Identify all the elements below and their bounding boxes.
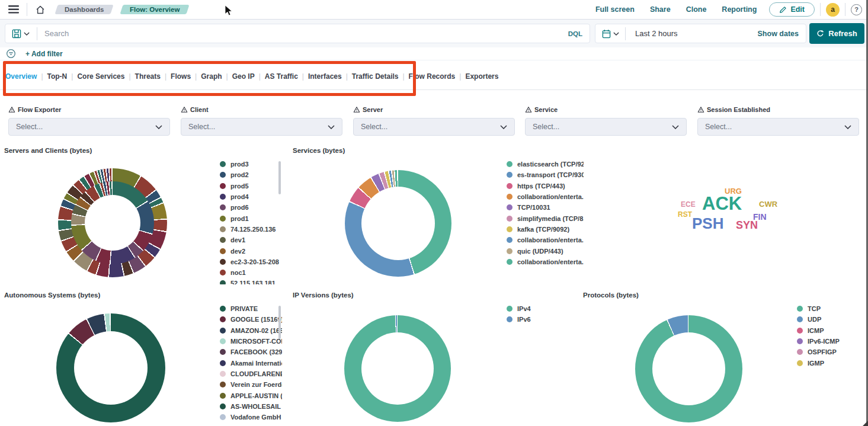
legend-scrollbar[interactable] [278, 161, 281, 194]
legend-item-vodafone-gmbh-3[interactable]: Vodafone GmbH (3... [220, 412, 282, 422]
tab-exporters[interactable]: Exporters [465, 72, 498, 81]
legend-label: prod2 [230, 171, 249, 178]
breadcrumb-dashboards[interactable]: Dashboards [55, 5, 114, 14]
legend-item-facebook-32934[interactable]: FACEBOOK (32934) [220, 347, 282, 357]
services-donut-chart[interactable] [345, 170, 451, 277]
legend-item-dev2[interactable]: dev2 [220, 245, 279, 256]
legend-item-collaboration-enterta[interactable]: collaboration/enterta... [507, 257, 584, 267]
legend-item-microsoft-corp[interactable]: MICROSOFT-CORP... [220, 336, 282, 347]
date-picker[interactable]: Last 2 hours Show dates [595, 24, 806, 43]
tab-threats[interactable]: Threats [135, 72, 161, 81]
legend-item-verein-zur-foerder[interactable]: Verein zur Foerder... [220, 379, 282, 390]
tag-urg[interactable]: URG [725, 187, 742, 195]
legend-item-apple-austin-61[interactable]: APPLE-AUSTIN (61... [220, 390, 282, 401]
legend-item-collaboration-enterta[interactable]: collaboration/enterta... [507, 235, 584, 245]
legend-item-collaboration-enterta[interactable]: collaboration/enterta... [507, 191, 584, 202]
filter-select-flow-exporter[interactable]: Select... [8, 118, 170, 136]
legend-item-prod3[interactable]: prod3 [220, 159, 279, 169]
tag-psh[interactable]: PSH [692, 216, 723, 231]
refresh-button[interactable]: Refresh [809, 23, 864, 44]
filter-settings-icon[interactable] [6, 49, 16, 59]
add-filter-button[interactable]: + Add filter [25, 50, 63, 58]
legend-item-noc1[interactable]: noc1 [220, 267, 279, 278]
legend-item-kafka-tcp-9092[interactable]: kafka (TCP/9092) [507, 224, 584, 235]
tab-traffic-details[interactable]: Traffic Details [352, 72, 399, 81]
legend-item-es-transport-tcp-9300[interactable]: es-transport (TCP/9300) [507, 169, 584, 180]
legend-item-ospfigp[interactable]: OSPFIGP [797, 347, 853, 357]
show-dates-button[interactable]: Show dates [758, 30, 799, 38]
tab-separator: | [346, 72, 348, 81]
legend-item-https-tcp-443[interactable]: https (TCP/443) [507, 181, 584, 191]
legend-item-igmp[interactable]: IGMP [797, 357, 853, 368]
tab-core-services[interactable]: Core Services [77, 72, 124, 81]
legend-color-dot [220, 403, 226, 409]
filter-select-service[interactable]: Select... [525, 118, 687, 136]
legend-scrollbar[interactable] [278, 306, 281, 339]
filter-select-server[interactable]: Select... [353, 118, 515, 136]
filter-select-client[interactable]: Select... [181, 118, 342, 136]
tab-geo-ip[interactable]: Geo IP [232, 72, 255, 81]
servers-clients-sunburst-chart[interactable] [58, 168, 167, 277]
time-range-value[interactable]: Last 2 hours [635, 29, 678, 38]
calendar-icon[interactable] [602, 29, 611, 39]
legend-item-prod6[interactable]: prod6 [220, 202, 279, 213]
legend-item-tcp-10031[interactable]: TCP/10031 [507, 202, 584, 213]
tab-graph[interactable]: Graph [201, 72, 222, 81]
protocols-donut-chart[interactable] [635, 315, 742, 422]
legend-item-cloudflarenet[interactable]: CLOUDFLARENET (... [220, 369, 282, 379]
legend-item-ec2-3-20-15-208-u[interactable]: ec2-3-20-15-208.u... [220, 257, 279, 267]
home-icon[interactable] [33, 2, 48, 17]
help-icon[interactable]: ? [851, 4, 862, 15]
tag-cwr[interactable]: CWR [759, 200, 777, 208]
search-box[interactable]: Search DQL [5, 24, 590, 43]
legend-item-prod5[interactable]: prod5 [220, 181, 279, 191]
legend-item-ipv6-icmp[interactable]: IPv6-ICMP [797, 336, 853, 347]
legend-item-elasticsearch-tcp-92[interactable]: elasticsearch (TCP/92... [507, 159, 584, 169]
legend-item-udp[interactable]: UDP [797, 314, 853, 325]
tag-fin[interactable]: FIN [753, 213, 767, 221]
legend-item-amazon-02-16509[interactable]: AMAZON-02 (16509) [220, 325, 282, 336]
reporting-button[interactable]: Reporting [714, 5, 764, 14]
legend-item-ipv4[interactable]: IPv4 [507, 303, 560, 314]
tag-rst[interactable]: RST [678, 211, 692, 218]
share-button[interactable]: Share [642, 5, 678, 14]
hamburger-menu-icon[interactable] [6, 2, 21, 17]
legend-item-tcp[interactable]: TCP [797, 303, 853, 314]
search-input[interactable]: Search [44, 29, 69, 38]
legend-item-quic-udp-443[interactable]: quic (UDP/443) [507, 245, 584, 256]
legend-item-prod2[interactable]: prod2 [220, 169, 279, 180]
legend-item-52-115-163-181[interactable]: 52.115.163.181 [220, 278, 279, 284]
legend-item-google-15169[interactable]: GOOGLE (15169) [220, 314, 282, 325]
tag-ece[interactable]: ECE [681, 201, 696, 208]
tab-flows[interactable]: Flows [171, 72, 191, 81]
autonomous-systems-donut-chart[interactable] [56, 313, 165, 422]
tab-as-traffic[interactable]: AS Traffic [265, 72, 298, 81]
tab-overview[interactable]: Overview [5, 72, 37, 81]
filter-select-session-established[interactable]: Select... [697, 118, 859, 136]
tab-flow-records[interactable]: Flow Records [409, 72, 456, 81]
tag-ack[interactable]: ACK [702, 194, 742, 213]
legend-label: PRIVATE [230, 305, 258, 312]
breadcrumb-flow-overview[interactable]: Flow: Overview [120, 5, 190, 14]
avatar[interactable]: a [826, 3, 840, 17]
legend-item-simplifymedia-tcp-8[interactable]: simplifymedia (TCP/8... [507, 213, 584, 223]
full-screen-button[interactable]: Full screen [588, 5, 642, 14]
ip-versions-donut-chart[interactable] [344, 315, 451, 422]
save-query-icon[interactable] [12, 29, 21, 39]
legend-item-private[interactable]: PRIVATE [220, 303, 282, 314]
chevron-down-icon[interactable] [24, 32, 30, 36]
clone-button[interactable]: Clone [678, 5, 715, 14]
tab-top-n[interactable]: Top-N [47, 72, 68, 81]
legend-item-prod1[interactable]: prod1 [220, 213, 279, 223]
dql-selector[interactable]: DQL [568, 30, 582, 37]
legend-item-74-125-250-136[interactable]: 74.125.250.136 [220, 224, 279, 235]
legend-item-ipv6[interactable]: IPv6 [507, 314, 560, 325]
legend-item-as-wholesail-2[interactable]: AS-WHOLESAIL (2... [220, 401, 282, 412]
legend-item-akamai-internatio[interactable]: Akamai Internatio... [220, 357, 282, 368]
tab-interfaces[interactable]: Interfaces [308, 72, 342, 81]
legend-item-icmp[interactable]: ICMP [797, 325, 853, 336]
legend-item-dev1[interactable]: dev1 [220, 235, 279, 245]
edit-button[interactable]: Edit [769, 2, 815, 17]
legend-item-prod4[interactable]: prod4 [220, 191, 279, 202]
chevron-down-icon[interactable] [613, 32, 619, 36]
